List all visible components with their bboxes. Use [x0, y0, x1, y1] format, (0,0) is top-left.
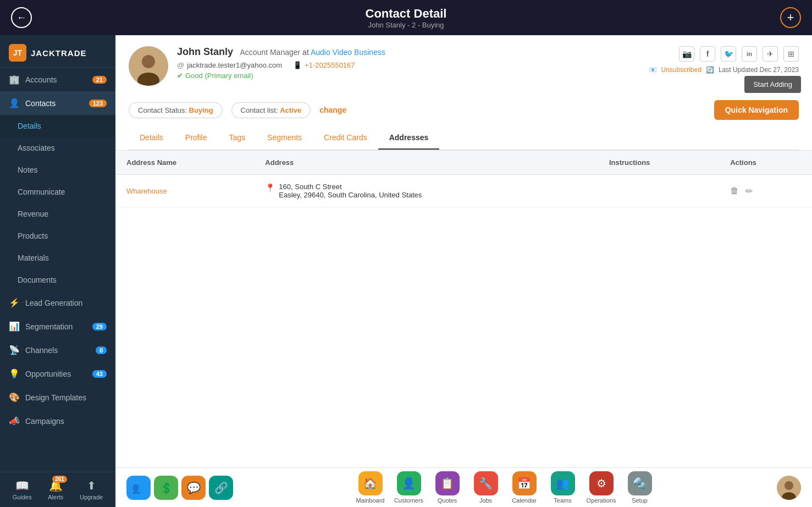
- sidebar-item-contacts[interactable]: 👤 Contacts 123: [0, 91, 115, 115]
- twitter-icon[interactable]: 🐦: [721, 46, 736, 62]
- tab-credit-cards[interactable]: Credit Cards: [313, 126, 378, 150]
- sidebar-label-contacts: Contacts: [25, 99, 56, 108]
- operations-icon: ⚙: [589, 471, 614, 495]
- contact-name: John Stanly: [177, 46, 233, 57]
- sidebar-label-campaigns: Campaigns: [25, 417, 64, 426]
- phone-value: +1-2025550167: [305, 61, 355, 69]
- sidebar-item-segmentation[interactable]: 📊 Segmentation 29: [0, 315, 115, 338]
- email-status: ✔ Good (Primary email): [177, 71, 385, 80]
- alerts-badge: 261: [52, 476, 67, 483]
- app-bar-dollar-icon[interactable]: 💲: [154, 476, 178, 500]
- sidebar-item-lead-generation[interactable]: ⚡ Lead Generation: [0, 291, 115, 315]
- app-calendar[interactable]: 📅 Calendar: [508, 471, 541, 504]
- channels-badge: 8: [96, 346, 107, 354]
- addresses-table: Address Name Address Instructions Action…: [115, 151, 812, 207]
- app-operations[interactable]: ⚙ Operations: [585, 471, 618, 504]
- top-bar-center: Contact Detail John Stanly - 2 - Buying: [366, 7, 447, 29]
- unsub-icon: 📧: [649, 66, 657, 74]
- contact-list-value: Active: [280, 106, 301, 114]
- grid-icon[interactable]: ⊞: [783, 46, 799, 62]
- tab-tags[interactable]: Tags: [218, 126, 256, 150]
- sidebar-item-accounts[interactable]: 🏢 Accounts 21: [0, 68, 115, 91]
- app-customers[interactable]: 👤 Customers: [393, 471, 426, 504]
- email-status-text: Good (Primary email): [185, 71, 253, 80]
- instagram-icon[interactable]: 📷: [679, 46, 694, 62]
- start-adding-button[interactable]: Start Adding: [744, 76, 801, 93]
- col-actions: Actions: [719, 151, 812, 175]
- avatar: [129, 46, 168, 86]
- sidebar-item-details[interactable]: Details: [0, 115, 115, 137]
- contact-meta: @ jacktrade.tester1@yahoo.com 📱 +1-20255…: [177, 61, 385, 69]
- app-bar-network-icon[interactable]: 🔗: [209, 476, 233, 500]
- edit-icon[interactable]: ✏: [745, 186, 753, 196]
- top-bar: ← Contact Detail John Stanly - 2 - Buyin…: [0, 0, 812, 35]
- channels-icon: 📡: [9, 345, 20, 355]
- svg-point-4: [785, 481, 793, 490]
- teams-icon: 👥: [551, 471, 575, 495]
- app-bar: 👥 💲 💬 🔗 🏠 Mainboard 👤 Customers 📋 Quotes: [115, 467, 812, 507]
- sidebar-item-notes[interactable]: Notes: [0, 159, 115, 181]
- back-button[interactable]: ←: [11, 7, 32, 28]
- mainboard-icon: 🏠: [358, 471, 383, 495]
- status-bar: Contact Status: Buying Contact list: Act…: [129, 92, 799, 120]
- email-good-badge: ✔ Good (Primary email): [177, 71, 253, 80]
- quick-navigation-button[interactable]: Quick Navigation: [714, 100, 799, 120]
- user-avatar[interactable]: [777, 476, 801, 500]
- contact-status-pill: Contact Status: Buying: [129, 102, 223, 118]
- contact-status-label: Contact Status:: [138, 106, 187, 114]
- app-bar-people-icon[interactable]: 👥: [126, 476, 151, 500]
- upgrade-nav-item[interactable]: ⬆ Upgrade: [80, 479, 103, 500]
- add-button[interactable]: +: [780, 7, 801, 28]
- guides-nav-item[interactable]: 📖 Guides: [13, 479, 32, 500]
- sidebar-label-details: Details: [18, 122, 41, 130]
- telegram-icon[interactable]: ✈: [763, 46, 778, 62]
- sidebar-item-design-templates[interactable]: 🎨 Design Templates: [0, 385, 115, 409]
- sidebar-item-products[interactable]: Products: [0, 225, 115, 247]
- delete-icon[interactable]: 🗑: [730, 186, 739, 196]
- guides-label: Guides: [13, 494, 32, 500]
- tab-details[interactable]: Details: [129, 126, 174, 150]
- sidebar-item-documents[interactable]: Documents: [0, 269, 115, 291]
- contact-header: Start Adding John Stanly: [115, 35, 812, 151]
- facebook-icon[interactable]: f: [700, 46, 715, 62]
- left-bottom-icons: 👥 💲 💬 🔗: [126, 476, 233, 500]
- sidebar-item-materials[interactable]: Materials: [0, 247, 115, 269]
- opportunities-badge: 43: [92, 370, 107, 378]
- table-area: Address Name Address Instructions Action…: [115, 151, 812, 467]
- logo-icon: JT: [9, 44, 26, 62]
- app-bar-chat-icon[interactable]: 💬: [181, 476, 206, 500]
- sidebar-item-revenue[interactable]: Revenue: [0, 203, 115, 225]
- tab-profile[interactable]: Profile: [174, 126, 218, 150]
- contact-company: Audio Video Business: [311, 48, 385, 57]
- address-name-link[interactable]: Wharehouse: [126, 187, 167, 195]
- alerts-nav-item[interactable]: 🔔 261 Alerts: [48, 479, 63, 500]
- contacts-icon: 👤: [9, 98, 20, 108]
- page-subtitle: John Stanly - 2 - Buying: [366, 21, 447, 29]
- tab-addresses[interactable]: Addresses: [378, 126, 440, 150]
- app-quotes[interactable]: 📋 Quotes: [431, 471, 464, 504]
- app-teams[interactable]: 👥 Teams: [546, 471, 579, 504]
- sidebar-item-communicate[interactable]: Communicate: [0, 181, 115, 203]
- app-jobs[interactable]: 🔧 Jobs: [469, 471, 502, 504]
- sidebar-item-channels[interactable]: 📡 Channels 8: [0, 338, 115, 362]
- quotes-label: Quotes: [438, 497, 457, 504]
- sidebar-label-design-templates: Design Templates: [25, 393, 86, 402]
- app-setup[interactable]: 🔩 Setup: [623, 471, 656, 504]
- app-mainboard[interactable]: 🏠 Mainboard: [354, 471, 387, 504]
- table-row: Wharehouse 📍 160, South C Street Easley,…: [115, 175, 812, 207]
- sidebar-item-opportunities[interactable]: 💡 Opportunities 43: [0, 362, 115, 385]
- guides-icon: 📖: [15, 479, 29, 492]
- social-icons: 📷 f 🐦 in ✈ ⊞: [679, 46, 799, 62]
- linkedin-icon[interactable]: in: [742, 46, 757, 62]
- back-icon: ←: [16, 12, 26, 24]
- upgrade-label: Upgrade: [80, 494, 103, 500]
- content-area: Start Adding John Stanly: [115, 35, 812, 507]
- sidebar-item-associates[interactable]: Associates: [0, 137, 115, 159]
- change-link[interactable]: change: [319, 106, 346, 114]
- jobs-label: Jobs: [479, 497, 492, 504]
- teams-label: Teams: [554, 497, 571, 504]
- tab-segments[interactable]: Segments: [256, 126, 313, 150]
- contact-info: John Stanly Account Manager at Audio Vid…: [129, 46, 385, 86]
- contact-status-value: Buying: [189, 106, 213, 114]
- sidebar-item-campaigns[interactable]: 📣 Campaigns: [0, 409, 115, 433]
